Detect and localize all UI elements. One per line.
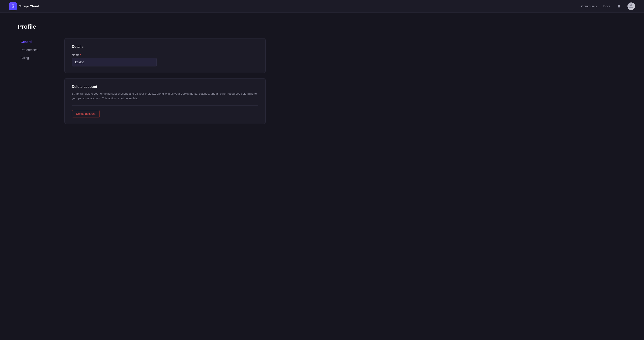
navbar-left: Strapi Cloud [9,2,39,10]
brand-name: Strapi Cloud [19,4,39,8]
divider [72,105,258,106]
logo-icon[interactable] [9,2,17,10]
delete-account-card: Delete account Strapi will delete your o… [64,78,266,124]
details-card-title: Details [72,45,258,49]
cards-area: Details Name* Delete account Strapi will… [64,38,266,124]
community-link[interactable]: Community [581,4,597,8]
sidebar-item-general[interactable]: General [18,38,54,46]
sidebar-nav: General Preferences Billing [18,38,54,124]
main-content: Profile General Preferences Billing Deta… [0,12,313,135]
layout: General Preferences Billing Details Name… [18,38,295,124]
delete-account-description: Strapi will delete your ongoing subscrip… [72,92,258,101]
sidebar-item-billing[interactable]: Billing [18,54,54,62]
name-label: Name* [72,53,258,56]
name-form-group: Name* [72,53,258,66]
details-card: Details Name* [64,38,266,73]
delete-account-button[interactable]: Delete account [72,110,100,118]
page-title: Profile [18,23,295,30]
navbar: Strapi Cloud Community Docs [0,0,644,12]
name-input[interactable] [72,58,157,66]
required-indicator: * [80,53,81,56]
sidebar-item-preferences[interactable]: Preferences [18,46,54,54]
notifications-icon[interactable] [617,4,621,8]
docs-link[interactable]: Docs [603,4,610,8]
navbar-right: Community Docs [581,2,635,10]
delete-account-title: Delete account [72,85,258,89]
avatar[interactable] [628,2,635,10]
